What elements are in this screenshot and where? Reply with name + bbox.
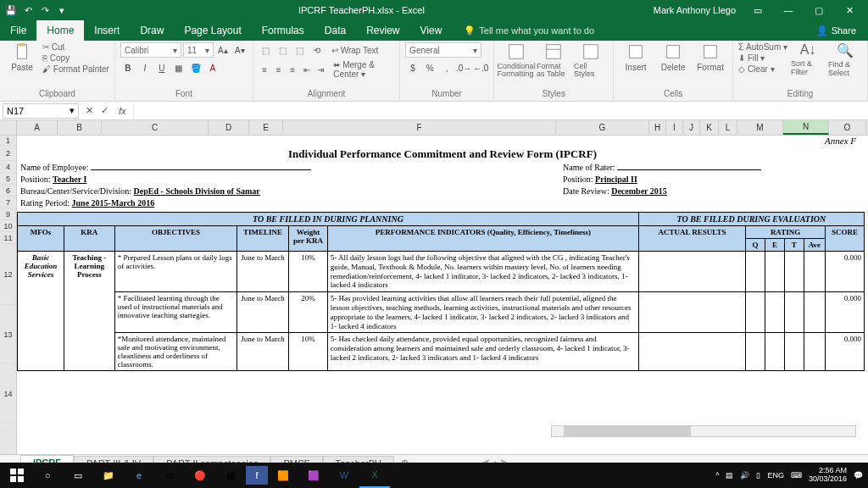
store-icon[interactable]: 🛍 <box>154 463 185 488</box>
tab-formulas[interactable]: Formulas <box>252 20 314 41</box>
minimize-icon[interactable]: — <box>773 0 804 20</box>
notifications-icon[interactable]: 💬 <box>854 471 863 480</box>
merge-center-button[interactable]: ⬌ Merge & Center ▾ <box>333 60 394 79</box>
increase-font-icon[interactable]: A▴ <box>215 42 231 58</box>
edge-icon[interactable]: e <box>124 463 154 488</box>
underline-icon[interactable]: U <box>154 60 170 75</box>
name-box[interactable]: N17▾ <box>3 103 79 119</box>
chrome-icon[interactable]: 🔴 <box>185 463 215 488</box>
explorer-icon[interactable]: 📁 <box>93 463 124 488</box>
align-bottom-icon[interactable]: ⬚ <box>292 42 308 58</box>
italic-icon[interactable]: I <box>137 60 153 75</box>
excel-icon[interactable]: X <box>359 463 390 488</box>
cortana-icon[interactable]: ○ <box>32 463 63 488</box>
user-name[interactable]: Mark Anthony Llego <box>654 5 736 15</box>
cancel-icon[interactable]: ✕ <box>81 103 97 119</box>
cell-styles-button[interactable]: Cell Styles <box>574 42 608 78</box>
insert-cells-button[interactable]: Insert <box>619 42 653 72</box>
font-size-select[interactable]: 11▾ <box>183 42 214 58</box>
qa-more-icon[interactable]: ▾ <box>54 3 70 18</box>
svg-rect-8 <box>704 46 717 58</box>
percent-icon[interactable]: % <box>422 60 437 75</box>
font-color-icon[interactable]: A <box>205 60 220 75</box>
tab-review[interactable]: Review <box>356 20 409 41</box>
copy-button[interactable]: ⎘ Copy <box>42 53 109 63</box>
number-format-select[interactable]: General▾ <box>405 42 481 58</box>
font-name-select[interactable]: Calibri▾ <box>120 42 181 58</box>
find-select-button[interactable]: 🔍Find & Select <box>828 42 862 77</box>
dec-decimal-icon[interactable]: ←.0 <box>473 60 488 75</box>
battery-icon[interactable]: ▯ <box>756 471 760 480</box>
ribbon-options-icon[interactable]: ▭ <box>743 0 773 20</box>
group-number: General▾ $ % , .0→ ←.0 Number <box>400 41 494 101</box>
cells-area[interactable]: Annex F Individual Performance Commitmen… <box>17 136 868 454</box>
fx-icon[interactable]: fx <box>112 106 133 116</box>
group-font: Calibri▾ 11▾ A▴ A▾ B I U ▦ 🪣 A Font <box>115 41 253 101</box>
wrap-text-button[interactable]: ↩ Wrap Text <box>331 46 378 55</box>
paste-button[interactable]: Paste <box>5 42 39 72</box>
row-headers[interactable]: 1 2 4 5 6 7 9 10 11 12 13 14 <box>0 136 17 454</box>
tab-view[interactable]: View <box>410 20 453 41</box>
fill-color-icon[interactable]: 🪣 <box>188 60 203 75</box>
align-top-icon[interactable]: ⬚ <box>259 42 274 58</box>
tab-data[interactable]: Data <box>314 20 356 41</box>
format-painter-button[interactable]: 🖌 Format Painter <box>42 64 109 74</box>
align-middle-icon[interactable]: ⬚ <box>275 42 291 58</box>
task-view-icon[interactable]: ▭ <box>63 463 93 488</box>
align-right-icon[interactable]: ≡ <box>287 62 298 77</box>
sort-filter-button[interactable]: A↓Sort & Filter <box>791 42 825 76</box>
network-icon[interactable]: ▤ <box>726 471 733 480</box>
form-title: Individual Performance Commitment and Re… <box>17 146 868 163</box>
format-cells-button[interactable]: Format <box>693 42 727 72</box>
delete-cells-button[interactable]: Delete <box>656 42 690 72</box>
enter-icon[interactable]: ✓ <box>97 103 112 119</box>
format-as-table-button[interactable]: Format as Table <box>537 42 570 78</box>
facebook-icon[interactable]: f <box>246 466 268 485</box>
save-icon[interactable]: 💾 <box>3 3 19 18</box>
close-icon[interactable]: ✕ <box>834 0 865 20</box>
tab-page-layout[interactable]: Page Layout <box>174 20 251 41</box>
horizontal-scrollbar[interactable] <box>551 425 856 437</box>
worksheet: A B C D E F G H I J K L M N O 1 2 4 5 6 … <box>0 120 868 454</box>
bold-icon[interactable]: B <box>120 60 136 75</box>
fill-button[interactable]: ⬇ Fill ▾ <box>738 53 787 63</box>
tab-insert[interactable]: Insert <box>84 20 130 41</box>
border-icon[interactable]: ▦ <box>171 60 186 75</box>
formula-input[interactable] <box>133 102 868 119</box>
tab-home[interactable]: Home <box>36 20 84 41</box>
column-headers[interactable]: A B C D E F G H I J K L M N O <box>0 120 868 136</box>
inc-decimal-icon[interactable]: .0→ <box>456 60 471 75</box>
align-left-icon[interactable]: ≡ <box>259 62 270 77</box>
share-button[interactable]: 👤 Share <box>804 25 868 36</box>
autosum-button[interactable]: Σ AutoSum ▾ <box>738 42 787 52</box>
tray-up-icon[interactable]: ^ <box>715 471 719 480</box>
tell-me[interactable]: 💡 Tell me what you want to do <box>452 25 594 36</box>
lang-indicator[interactable]: ENG <box>767 471 784 480</box>
keyboard-icon[interactable]: ⌨ <box>791 471 802 480</box>
app2-icon[interactable]: 🟪 <box>298 463 329 488</box>
align-center-icon[interactable]: ≡ <box>272 62 284 77</box>
svg-rect-1 <box>19 43 25 47</box>
currency-icon[interactable]: $ <box>405 60 420 75</box>
start-button[interactable] <box>2 463 32 488</box>
decrease-font-icon[interactable]: A▾ <box>232 42 248 58</box>
clock[interactable]: 2:56 AM 30/03/2016 <box>809 467 847 484</box>
indent-dec-icon[interactable]: ⇤ <box>300 62 312 77</box>
word-icon[interactable]: W <box>329 463 359 488</box>
comma-icon[interactable]: , <box>439 60 454 75</box>
undo-icon[interactable]: ↶ <box>20 3 36 18</box>
conditional-formatting-button[interactable]: Conditional Formatting <box>499 42 533 78</box>
clear-button[interactable]: ◇ Clear ▾ <box>738 64 787 74</box>
app1-icon[interactable]: 🟧 <box>268 463 298 488</box>
cut-button[interactable]: ✂ Cut <box>42 42 109 52</box>
maximize-icon[interactable]: ▢ <box>804 0 834 20</box>
redo-icon[interactable]: ↷ <box>37 3 53 18</box>
svg-rect-11 <box>10 476 16 482</box>
orientation-icon[interactable]: ⟲ <box>309 42 325 58</box>
quick-access-toolbar: 💾 ↶ ↷ ▾ <box>3 3 70 18</box>
indent-inc-icon[interactable]: ⇥ <box>314 62 326 77</box>
calculator-icon[interactable]: ▦ <box>215 463 246 488</box>
tab-draw[interactable]: Draw <box>130 20 174 41</box>
tab-file[interactable]: File <box>0 20 36 41</box>
volume-icon[interactable]: 🔊 <box>740 471 749 480</box>
